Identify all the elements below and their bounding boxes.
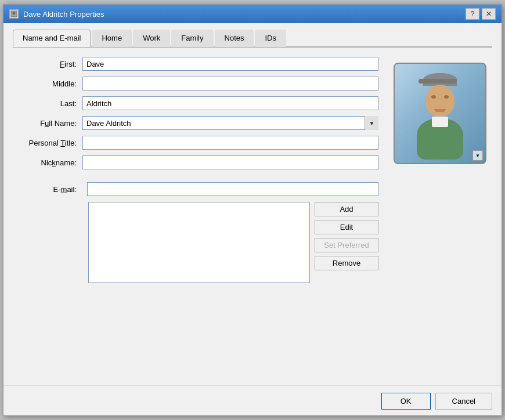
fullname-label: Full Name: [13,119,82,128]
avatar-head [425,85,454,117]
email-label: E-mail: [13,185,82,194]
fullname-row: Full Name: Dave Aldritch Aldritch, Dave … [13,116,378,130]
tab-bar: Name and E-mail Home Work Family Notes I… [13,29,492,48]
form-section: First: Middle: Last: [13,57,378,379]
middle-row: Middle: [13,77,378,90]
fullname-label-text: Full Name: [40,119,77,128]
ok-button[interactable]: OK [381,393,431,410]
title-bar: Dave Aldritch Properties ? ✕ [3,5,502,23]
title-bar-buttons: ? ✕ [466,8,496,20]
personal-title-label: Personal Title: [13,139,82,147]
title-bar-left: Dave Aldritch Properties [9,9,104,19]
avatar-mouth [434,109,446,112]
email-input[interactable] [87,182,378,196]
first-row: First: [13,57,378,71]
dialog-body: Name and E-mail Home Work Family Notes I… [3,23,502,385]
close-button[interactable]: ✕ [482,8,496,20]
tab-name-email[interactable]: Name and E-mail [13,30,91,47]
avatar-eye-left [431,95,436,99]
avatar-eye-right [444,95,449,99]
nickname-label: Nickname: [13,158,82,167]
tab-work[interactable]: Work [133,30,170,47]
last-label: Last: [13,99,82,108]
email-list[interactable] [88,202,310,283]
avatar-section: ▼ [388,57,492,379]
properties-dialog: Dave Aldritch Properties ? ✕ Name and E-… [3,4,502,416]
avatar-body-wrapper [417,117,463,160]
remove-button[interactable]: Remove [315,256,378,270]
avatar-hat-brim [419,79,457,84]
fullname-select-wrapper: Dave Aldritch Aldritch, Dave ▼ [82,116,378,130]
fullname-select[interactable]: Dave Aldritch Aldritch, Dave [82,116,378,130]
avatar-container: ▼ [394,63,486,164]
set-preferred-button[interactable]: Set Preferred [315,238,378,252]
email-label-text: E-mail: [53,185,77,194]
avatar-person [405,73,475,154]
tab-notes[interactable]: Notes [215,30,254,47]
last-row: Last: [13,96,378,110]
first-label: First: [13,60,82,68]
tab-family[interactable]: Family [171,30,213,47]
first-input[interactable] [82,57,378,71]
cancel-button[interactable]: Cancel [435,393,492,410]
nickname-row: Nickname: [13,155,378,169]
email-list-area: Add Edit Set Preferred Remove [13,202,378,283]
tab-home[interactable]: Home [92,30,132,47]
first-label-text: First: [60,60,77,68]
bottom-bar: OK Cancel [3,385,502,415]
personal-title-row: Personal Title: [13,136,378,150]
avatar-collar [432,117,448,127]
personal-title-label-text: Personal Title: [29,139,77,147]
tab-content-name-email: First: Middle: Last: [13,57,492,379]
middle-label: Middle: [13,79,82,88]
dialog-title: Dave Aldritch Properties [23,10,104,19]
avatar-body [417,119,463,160]
edit-button[interactable]: Edit [315,220,378,234]
dialog-icon [9,9,19,19]
email-buttons: Add Edit Set Preferred Remove [315,202,378,283]
tab-ids[interactable]: IDs [255,30,286,47]
avatar-head-wrapper [425,79,454,117]
email-section: E-mail: [13,182,378,196]
nickname-label-text: Nickname: [41,158,77,167]
help-button[interactable]: ? [466,8,479,20]
last-label-text: Last: [60,99,77,108]
add-button[interactable]: Add [315,202,378,216]
avatar-hat [423,73,457,86]
main-area: First: Middle: Last: [13,57,492,379]
nickname-input[interactable] [82,155,378,169]
avatar-dropdown[interactable]: ▼ [472,150,483,161]
personal-title-input[interactable] [82,136,378,150]
last-input[interactable] [82,96,378,110]
middle-label-text: Middle: [52,79,77,88]
email-row: E-mail: [13,182,378,196]
svg-point-1 [13,12,16,15]
middle-input[interactable] [82,77,378,90]
